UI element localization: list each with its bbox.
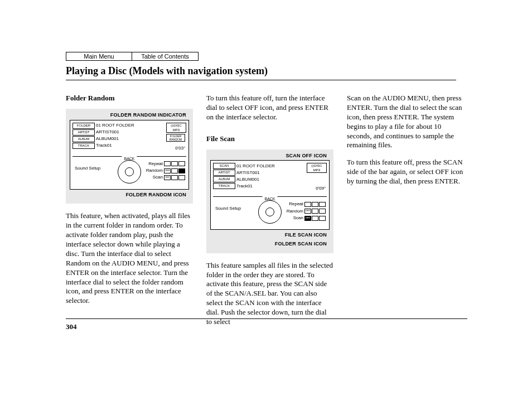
menu-area-2: BACK Sound Setup Repeat RandomOFF ScanOF… bbox=[213, 196, 327, 226]
album-value: ALBUM001 bbox=[96, 136, 119, 142]
file-scan-icon bbox=[312, 216, 318, 221]
repeat-icon-3 bbox=[178, 161, 185, 166]
folder-label: FOLDER bbox=[72, 123, 95, 129]
random-icon-1 bbox=[171, 168, 178, 173]
repeat-icon-2 bbox=[171, 161, 178, 166]
random-row: RandomOFF bbox=[146, 168, 185, 173]
scan-icon-2 bbox=[178, 175, 185, 180]
footer-rule bbox=[66, 318, 467, 319]
file-scan-continued: Scan on the AUDIO MENU, then press ENTER… bbox=[347, 94, 467, 150]
interface-dial-icon bbox=[118, 160, 141, 183]
folder-random-indicator-icon: FOLDERRANDOM bbox=[166, 134, 185, 142]
folder-random-description: This feature, when activated, plays all … bbox=[66, 211, 193, 306]
scan-label: SCAN bbox=[213, 163, 235, 169]
folder-scan-icon bbox=[319, 216, 326, 221]
file-scan-icon-label: FILE SCAN ICON bbox=[210, 232, 327, 239]
scan-row-2: ScanOFF bbox=[287, 215, 326, 221]
column-3: Scan on the AUDIO MENU, then press ENTER… bbox=[347, 94, 467, 335]
repeat-icon-1b bbox=[304, 202, 311, 207]
repeat-icon-3b bbox=[319, 202, 326, 207]
artist-value-2: ARTIST001 bbox=[236, 170, 260, 176]
menu-items: Repeat RandomOFF ScanOFF bbox=[146, 161, 185, 182]
folder-random-icon-label: FOLDER RANDOM ICON bbox=[69, 192, 186, 199]
folder-value-2: 01 ROOT FOLDER bbox=[236, 163, 275, 169]
random-icon-1b bbox=[312, 209, 318, 214]
scan-off-icon-label: SCAN OFF ICON bbox=[210, 153, 327, 160]
menu-area: BACK Sound Setup Repeat RandomOFF ScanOF… bbox=[72, 156, 186, 186]
screen-file-scan: SCAN01 ROOT FOLDER ARTISTARTIST001 ALBUM… bbox=[210, 160, 330, 230]
album-value-2: ALBUM001 bbox=[236, 177, 259, 182]
page-title: Playing a Disc (Models with navigation s… bbox=[66, 65, 456, 80]
random-off-icon: OFF bbox=[164, 168, 171, 173]
album-label-2: ALBUM bbox=[213, 176, 235, 182]
folder-random-heading: Folder Random bbox=[66, 94, 193, 103]
folder-random-illustration: FOLDER RANDOM INDICATOR FOLDER01 ROOT FO… bbox=[66, 109, 193, 204]
repeat-icon-1 bbox=[164, 161, 171, 166]
disc-indicator: ◎DISCMP3 bbox=[166, 123, 186, 133]
nav-buttons: Main Menu Table of Contents bbox=[66, 52, 199, 61]
file-scan-illustration: SCAN OFF ICON SCAN01 ROOT FOLDER ARTISTA… bbox=[206, 149, 333, 253]
random-row-2: RandomOFF bbox=[287, 209, 326, 214]
table-of-contents-button[interactable]: Table of Contents bbox=[132, 52, 199, 61]
disc-indicator-2: ◎DISCMP3 bbox=[307, 163, 327, 173]
repeat-row-2: Repeat bbox=[287, 201, 326, 207]
file-scan-description: This feature samples all files in the se… bbox=[206, 261, 333, 327]
folder-random-icon bbox=[178, 168, 185, 173]
scan-row: ScanOFF bbox=[146, 175, 185, 180]
track-value: Track01 bbox=[96, 143, 112, 148]
column-2: To turn this feature off, turn the inter… bbox=[206, 94, 333, 335]
artist-label-2: ARTIST bbox=[213, 170, 235, 176]
main-menu-button[interactable]: Main Menu bbox=[66, 52, 132, 61]
column-1: Folder Random FOLDER RANDOM INDICATOR FO… bbox=[66, 94, 193, 335]
random-off-icon-2: OFF bbox=[304, 209, 311, 214]
repeat-icon-2b bbox=[312, 202, 318, 207]
folder-random-indicator-label: FOLDER RANDOM INDICATOR bbox=[69, 112, 186, 119]
sound-setup-label: Sound Setup bbox=[75, 166, 100, 171]
scan-off-icon-hl: OFF bbox=[304, 216, 311, 221]
scan-off-icon: OFF bbox=[164, 175, 171, 180]
track-label-2: TRACK bbox=[213, 183, 235, 189]
artist-label: ARTIST bbox=[72, 129, 95, 136]
manual-page: Main Menu Table of Contents Playing a Di… bbox=[0, 0, 532, 396]
folder-random-off-description: To turn this feature off, turn the inter… bbox=[206, 94, 333, 122]
content-columns: Folder Random FOLDER RANDOM INDICATOR FO… bbox=[66, 94, 467, 335]
interface-dial-icon-2 bbox=[258, 200, 282, 224]
album-label: ALBUM bbox=[72, 136, 95, 142]
file-scan-heading: File Scan bbox=[206, 134, 333, 144]
page-number: 304 bbox=[66, 322, 77, 331]
screen-folder-random: FOLDER01 ROOT FOLDER ARTISTARTIST001 ALB… bbox=[70, 120, 189, 190]
file-scan-off-description: To turn this feature off, press the SCAN… bbox=[347, 158, 467, 186]
elapsed-time: 0'03" bbox=[175, 146, 185, 151]
artist-value: ARTIST001 bbox=[96, 129, 119, 135]
track-label: TRACK bbox=[72, 143, 95, 149]
track-value-2: Track01 bbox=[236, 183, 253, 189]
elapsed-time-2: 0'09" bbox=[316, 186, 326, 191]
folder-scan-icon-label: FOLDER SCAN ICON bbox=[210, 241, 327, 248]
folder-value: 01 ROOT FOLDER bbox=[96, 123, 134, 128]
menu-items-2: Repeat RandomOFF ScanOFF bbox=[287, 201, 326, 222]
repeat-row: Repeat bbox=[146, 161, 185, 167]
scan-icon-1 bbox=[171, 175, 178, 180]
random-icon-2b bbox=[319, 209, 326, 214]
sound-setup-label-2: Sound Setup bbox=[215, 206, 241, 211]
